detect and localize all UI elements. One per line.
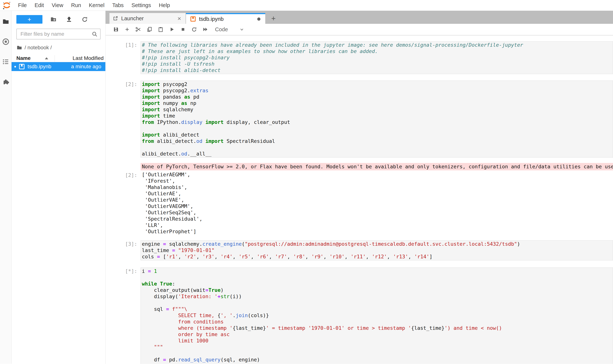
- notebook-file-icon: [19, 64, 25, 70]
- sort-ascending-icon: [45, 57, 48, 59]
- code-line: import time: [142, 113, 613, 119]
- file-row-tsdb-ipynb[interactable]: tsdb.ipynb a minute ago: [12, 62, 105, 71]
- insert-cell-icon[interactable]: [122, 24, 133, 35]
- menu-kernel[interactable]: Kernel: [85, 0, 108, 11]
- close-tab-icon[interactable]: ×: [177, 16, 181, 21]
- restart-kernel-icon[interactable]: [189, 24, 200, 35]
- save-icon[interactable]: [110, 24, 122, 35]
- output-line: 'LLR',: [142, 222, 613, 228]
- tab-launcher[interactable]: Launcher ×: [109, 13, 186, 24]
- cell-prompt[interactable]: [106, 163, 140, 170]
- notebook-panel: [1]:# The following libraries have alrea…: [106, 36, 613, 364]
- code-line: # These are just left in as examples to …: [142, 48, 613, 54]
- sidebar-icon-strip: [0, 11, 12, 364]
- code-line: df = pd.read_sql_query(sql, engine): [142, 357, 613, 363]
- jupyter-logo-icon: [2, 1, 12, 10]
- file-name: tsdb.ipynb: [27, 64, 51, 70]
- code-cell: [2]:import psycopg2import psycopg2.extra…: [106, 80, 613, 157]
- upload-icon[interactable]: [65, 15, 73, 24]
- code-line: [142, 144, 613, 151]
- cut-cells-icon[interactable]: [133, 24, 144, 35]
- code-line: import alibi_detect: [142, 132, 613, 138]
- cell-editor[interactable]: i = 1 while True: clear_output(wait=True…: [140, 267, 613, 364]
- tab-label: Launcher: [121, 15, 144, 22]
- file-browser-icon[interactable]: [2, 17, 10, 26]
- cell-editor[interactable]: # The following libraries have already b…: [140, 41, 613, 74]
- code-line: import psycopg2: [142, 81, 613, 87]
- code-line: import psycopg2.extras: [142, 87, 613, 94]
- cell-prompt[interactable]: [2]:: [106, 171, 140, 235]
- code-line: cols = ['r1', 'r2', 'r3', 'r4', 'r5', 'r…: [142, 254, 613, 260]
- code-line: engine = sqlalchemy.create_engine("postg…: [142, 241, 613, 247]
- running-sessions-icon[interactable]: [2, 38, 10, 46]
- code-line: # The following libraries have already b…: [142, 42, 613, 48]
- unsaved-changes-icon[interactable]: [257, 17, 260, 21]
- column-header-name[interactable]: Name: [16, 55, 30, 61]
- refresh-icon[interactable]: [81, 15, 89, 24]
- output-line: 'OutlierSeq2Seq',: [142, 209, 613, 216]
- new-launcher-button[interactable]: +: [16, 15, 42, 24]
- code-line: #!pip install -U tsfresh: [142, 61, 613, 67]
- code-line: [142, 300, 613, 306]
- code-line: #!pip install psycopg2-binary: [142, 54, 613, 61]
- output-text: ['OutlierAEGMM', 'IForest', 'Mahalanobis…: [140, 171, 613, 235]
- cell-prompt[interactable]: [1]:: [106, 41, 140, 74]
- output-line: ['OutlierAEGMM',: [142, 171, 613, 178]
- cell-type-dropdown[interactable]: Code: [215, 26, 244, 33]
- new-tab-button[interactable]: +: [268, 13, 279, 24]
- filter-files-input[interactable]: [16, 29, 100, 39]
- cell-type-value: Code: [215, 26, 228, 33]
- paste-cells-icon[interactable]: [155, 24, 166, 35]
- unsaved-bullet-icon: [14, 66, 16, 67]
- code-line: from alibi_detect.od import SpectralResi…: [142, 138, 613, 144]
- menu-edit[interactable]: Edit: [31, 0, 48, 11]
- table-of-contents-icon[interactable]: [2, 58, 10, 66]
- output-line: 'SpectralResidual',: [142, 216, 613, 222]
- code-line: sql = f"""\: [142, 306, 613, 312]
- code-line: #!pip install alibi-detect: [142, 67, 613, 74]
- code-line: from conditions: [142, 319, 613, 325]
- menu-settings[interactable]: Settings: [127, 0, 155, 11]
- code-line: [142, 274, 613, 281]
- cell-prompt[interactable]: [3]:: [106, 240, 140, 260]
- code-line: df.time = pd.to_datetime(df.time): [142, 363, 613, 364]
- tab-tsdb-ipynb[interactable]: tsdb.ipynb: [186, 13, 265, 24]
- search-icon: [92, 31, 98, 37]
- menu-file[interactable]: File: [14, 0, 31, 11]
- cell-prompt[interactable]: [2]:: [106, 80, 140, 157]
- extensions-icon[interactable]: [2, 78, 10, 86]
- cell-editor[interactable]: engine = sqlalchemy.create_engine("postg…: [140, 240, 613, 260]
- code-line: limit 1000: [142, 338, 613, 344]
- code-line: order by time asc: [142, 331, 613, 338]
- interrupt-kernel-icon[interactable]: [177, 24, 189, 35]
- copy-cells-icon[interactable]: [144, 24, 155, 35]
- column-header-last-modified[interactable]: Last Modified: [73, 55, 104, 61]
- code-line: last_time = "1970-01-01": [142, 247, 613, 254]
- output-line: 'OutlierAE',: [142, 191, 613, 197]
- code-cell: [*]:i = 1 while True: clear_output(wait=…: [106, 267, 613, 364]
- notebook-toolbar: Code: [106, 24, 613, 36]
- tab-label: tsdb.ipynb: [199, 16, 224, 22]
- code-line: import numpy as np: [142, 100, 613, 106]
- menu-run[interactable]: Run: [67, 0, 85, 11]
- code-line: while True:: [142, 281, 613, 287]
- notebook-file-icon: [190, 16, 196, 22]
- menu-view[interactable]: View: [48, 0, 67, 11]
- tab-bar: Launcher × tsdb.ipynb +: [106, 11, 613, 24]
- chevron-down-icon: [239, 27, 244, 32]
- code-cell: [3]:engine = sqlalchemy.create_engine("p…: [106, 240, 613, 260]
- cell-editor[interactable]: import psycopg2import psycopg2.extrasimp…: [140, 80, 613, 157]
- output-line: 'OutlierVAE',: [142, 197, 613, 203]
- run-cell-icon[interactable]: [166, 24, 177, 35]
- restart-run-all-icon[interactable]: [200, 24, 211, 35]
- new-folder-button[interactable]: [49, 15, 58, 24]
- cell-prompt[interactable]: [*]:: [106, 267, 140, 364]
- code-line: import sqlalchemy: [142, 106, 613, 113]
- code-cell: [1]:# The following libraries have alrea…: [106, 41, 613, 74]
- code-line: SELECT time, {', '.join(cols)}: [142, 312, 613, 319]
- code-line: i = 1: [142, 268, 613, 274]
- breadcrumb[interactable]: / notebook /: [16, 44, 105, 51]
- menu-tabs[interactable]: Tabs: [108, 0, 127, 11]
- output-line: 'Mahalanobis',: [142, 184, 613, 191]
- menu-help[interactable]: Help: [155, 0, 174, 11]
